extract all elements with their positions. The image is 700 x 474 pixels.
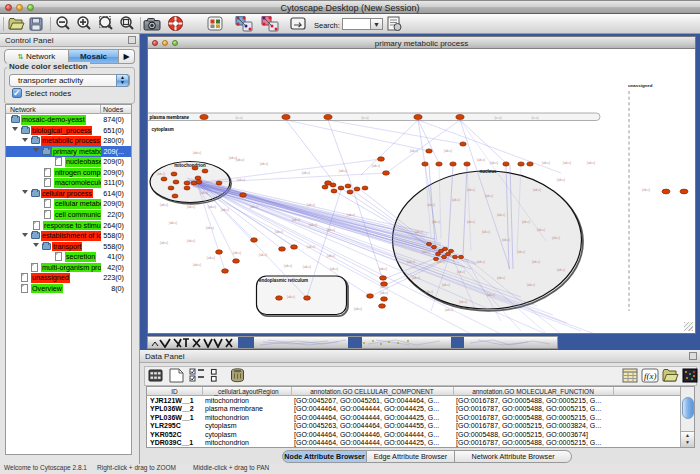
svg-text:(ab-c): (ab-c) xyxy=(169,221,177,225)
svg-text:(ab-c): (ab-c) xyxy=(487,293,495,297)
svg-text:(ab-c): (ab-c) xyxy=(380,291,388,295)
svg-text:(ab-c): (ab-c) xyxy=(380,285,388,289)
svg-text:(ab-c): (ab-c) xyxy=(477,158,485,162)
svg-text:(ab-c): (ab-c) xyxy=(372,164,380,168)
svg-text:(ab-c): (ab-c) xyxy=(563,161,571,165)
svg-text:plasma membrane: plasma membrane xyxy=(150,115,190,120)
svg-text:(ab-c): (ab-c) xyxy=(287,295,295,299)
svg-text:(ab-c): (ab-c) xyxy=(642,188,650,192)
svg-text:(ab-c): (ab-c) xyxy=(557,268,565,272)
svg-text:(ab-c): (ab-c) xyxy=(533,188,541,192)
svg-text:(ab-c): (ab-c) xyxy=(160,241,168,245)
svg-text:(ab-c): (ab-c) xyxy=(309,223,317,227)
svg-text:(ab-c): (ab-c) xyxy=(517,250,525,254)
svg-text:(ab-c): (ab-c) xyxy=(284,264,292,268)
svg-text:(ab-c): (ab-c) xyxy=(442,283,450,287)
svg-text:f(x): f(x) xyxy=(644,371,657,381)
svg-text:(ab-c): (ab-c) xyxy=(275,230,283,234)
svg-text:(ab-c): (ab-c) xyxy=(327,254,335,258)
svg-text:(ab-c): (ab-c) xyxy=(307,245,315,249)
svg-text:(ab-c): (ab-c) xyxy=(445,308,453,312)
svg-text:(ab-c): (ab-c) xyxy=(207,256,215,260)
svg-text:(ab-c): (ab-c) xyxy=(347,213,355,217)
svg-text:(ab-c): (ab-c) xyxy=(412,276,420,280)
svg-text:(ab-c): (ab-c) xyxy=(422,250,430,254)
svg-text:(ab-c): (ab-c) xyxy=(425,290,433,294)
svg-text:(ab-c): (ab-c) xyxy=(415,230,423,234)
svg-text:(ab-c): (ab-c) xyxy=(330,267,338,271)
svg-text:mitochondrion: mitochondrion xyxy=(174,163,206,168)
svg-text:(ab-c): (ab-c) xyxy=(452,198,460,202)
svg-text:(ab-c): (ab-c) xyxy=(193,151,201,155)
svg-text:(ab-c): (ab-c) xyxy=(587,161,595,165)
svg-text:(ab-c): (ab-c) xyxy=(490,161,498,165)
svg-text:(ab-c): (ab-c) xyxy=(292,218,300,222)
svg-text:cytoplasm: cytoplasm xyxy=(152,127,174,132)
svg-text:nucleus: nucleus xyxy=(479,169,497,174)
svg-text:unassigned: unassigned xyxy=(628,83,653,88)
svg-text:(ab-c): (ab-c) xyxy=(237,178,245,182)
svg-text:(ab-c): (ab-c) xyxy=(482,230,490,234)
svg-text:(tc-s): (tc-s) xyxy=(495,116,502,120)
svg-text:(ab-c): (ab-c) xyxy=(477,260,485,264)
svg-text:(ab-c): (ab-c) xyxy=(542,161,550,165)
svg-text:(ab-c): (ab-c) xyxy=(552,236,560,240)
svg-text:(ab-c): (ab-c) xyxy=(437,260,445,264)
svg-text:(ab-c): (ab-c) xyxy=(206,226,214,230)
svg-text:(ab-c): (ab-c) xyxy=(307,203,315,207)
svg-text:(ab-c): (ab-c) xyxy=(303,265,311,269)
svg-text:(ab-c): (ab-c) xyxy=(527,283,535,287)
svg-text:(ab-c): (ab-c) xyxy=(208,205,216,209)
svg-text:(ab-c): (ab-c) xyxy=(497,213,505,217)
svg-text:(ab-c): (ab-c) xyxy=(187,205,195,209)
svg-text:(ab-c): (ab-c) xyxy=(193,263,201,267)
svg-text:(ab-c): (ab-c) xyxy=(432,220,440,224)
svg-text:(ab-c): (ab-c) xyxy=(537,228,545,232)
svg-text:(ab-c): (ab-c) xyxy=(260,162,268,166)
svg-text:(ab-c): (ab-c) xyxy=(236,158,244,162)
svg-text:(ab-c): (ab-c) xyxy=(233,251,241,255)
svg-text:(ab-c): (ab-c) xyxy=(497,276,505,280)
svg-text:(ab-c): (ab-c) xyxy=(467,220,475,224)
svg-text:(ab-c): (ab-c) xyxy=(160,203,168,207)
svg-text:(ab-c): (ab-c) xyxy=(485,194,493,198)
svg-text:(ab-c): (ab-c) xyxy=(327,228,335,232)
svg-text:(ab-c): (ab-c) xyxy=(522,220,530,224)
svg-text:(tc-s): (tc-s) xyxy=(362,116,369,120)
svg-text:(ab-c): (ab-c) xyxy=(459,300,467,304)
svg-text:(ab-c): (ab-c) xyxy=(457,270,465,274)
svg-text:(ab-c): (ab-c) xyxy=(157,172,165,176)
svg-text:(ab-c): (ab-c) xyxy=(502,238,510,242)
svg-text:endoplasmic reticulum: endoplasmic reticulum xyxy=(259,278,308,283)
svg-text:(ab-c): (ab-c) xyxy=(221,208,229,212)
svg-text:(ab-c): (ab-c) xyxy=(250,205,258,209)
svg-text:(ab-c): (ab-c) xyxy=(407,260,415,264)
svg-text:(tc-s): (tc-s) xyxy=(236,116,243,120)
svg-text:(ab-c): (ab-c) xyxy=(379,267,387,271)
svg-text:(ab-c): (ab-c) xyxy=(410,149,418,153)
svg-text:(ab-c): (ab-c) xyxy=(427,203,435,207)
svg-text:(ab-c): (ab-c) xyxy=(302,171,310,175)
svg-text:(ab-c): (ab-c) xyxy=(187,239,195,243)
svg-text:(ab-c): (ab-c) xyxy=(467,188,475,192)
svg-text:(ab-c): (ab-c) xyxy=(444,149,452,153)
svg-text:(ab-c): (ab-c) xyxy=(557,178,565,182)
svg-text:(ab-c): (ab-c) xyxy=(200,191,208,195)
svg-text:(tc-s): (tc-s) xyxy=(532,116,539,120)
svg-text:(ab-c): (ab-c) xyxy=(532,260,540,264)
svg-text:(ab-c): (ab-c) xyxy=(354,307,362,311)
svg-text:(ab-c): (ab-c) xyxy=(259,253,267,257)
svg-text:(ab-c): (ab-c) xyxy=(339,169,347,173)
